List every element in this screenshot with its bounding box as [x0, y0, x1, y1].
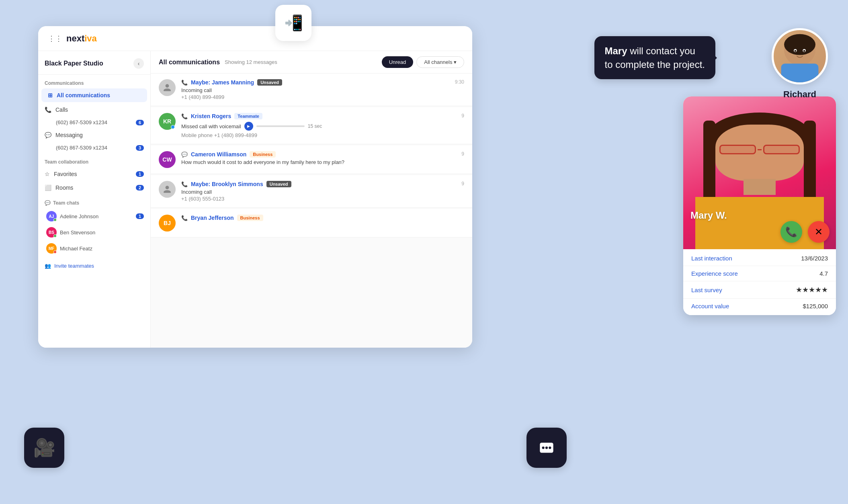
- sidebar-sub-item-calls-number[interactable]: (602) 867-5309 x1234 6: [38, 117, 150, 128]
- account-value-value: $125,000: [803, 303, 828, 309]
- comm-list: 📞 Maybe: James Manning Unsaved Incoming …: [151, 74, 472, 348]
- play-button[interactable]: ▶: [244, 122, 253, 131]
- comm-item-bryan[interactable]: BJ 📞 Bryan Jefferson Business: [151, 209, 472, 238]
- sidebar-sub-item-messaging-number[interactable]: (602) 867-5309 x1234 3: [38, 142, 150, 154]
- favorites-icon: ☆: [45, 171, 50, 177]
- sidebar-item-label: Favorites: [54, 171, 77, 177]
- ben-name: Ben Stevenson: [60, 229, 95, 236]
- avatar: BJ: [159, 215, 176, 232]
- invite-label: Invite teammates: [54, 263, 94, 269]
- team-chat-adeline[interactable]: AJ Adeline Johnson 1: [38, 208, 150, 224]
- invite-teammates-button[interactable]: 👥 Invite teammates: [38, 258, 150, 274]
- call-person-name: Mary W.: [690, 210, 727, 221]
- comm-item-kristen[interactable]: KR 📞 Kristen Rogers Teammate Missed call…: [151, 107, 472, 144]
- message-icon: 💬: [181, 152, 188, 158]
- richard-section: Richard: [772, 28, 828, 100]
- avatar: CW: [159, 151, 176, 168]
- svg-point-2: [542, 447, 545, 449]
- workspace-chevron[interactable]: ‹: [133, 58, 144, 69]
- experience-score-row: Experience score 4.7: [683, 266, 836, 281]
- phone-icon: 📞: [181, 181, 188, 187]
- comm-name: Cameron Williamson: [191, 151, 246, 158]
- last-interaction-row: Last interaction 13/6/2023: [683, 251, 836, 266]
- sidebar-item-favorites[interactable]: ☆ Favorites 1: [38, 167, 150, 181]
- comm-content: 📞 Kristen Rogers Teammate Missed call wi…: [181, 113, 456, 138]
- account-value-row: Account value $125,000: [683, 299, 836, 313]
- all-channels-filter-button[interactable]: All channels ▾: [416, 56, 464, 68]
- avatar: AJ: [46, 211, 57, 221]
- unsaved-tag: Unsaved: [266, 181, 291, 187]
- sidebar-item-label: Messaging: [55, 132, 83, 138]
- grid-icon: ⋮⋮: [48, 34, 62, 43]
- comm-item-cameron[interactable]: CW 💬 Cameron Williamson Business How muc…: [151, 145, 472, 174]
- comm-name: Kristen Rogers: [191, 113, 231, 119]
- workspace-name: Black Paper Studio: [45, 60, 103, 67]
- comm-time: 9: [461, 151, 464, 157]
- last-survey-label: Last survey: [691, 287, 722, 293]
- last-survey-row: Last survey ★★★★★: [683, 281, 836, 299]
- comm-content: 📞 Bryan Jefferson Business: [181, 215, 464, 223]
- comm-item-brooklyn[interactable]: 📞 Maybe: Brooklyn Simmons Unsaved Incomi…: [151, 175, 472, 208]
- comm-line2: +1 (603) 555-0123: [181, 196, 456, 202]
- sidebar-item-label: Calls: [55, 107, 68, 113]
- communications-panel: All communications Showing 12 messages U…: [151, 51, 472, 348]
- svg-point-10: [803, 50, 805, 52]
- comm-content: 💬 Cameron Williamson Business How much w…: [181, 151, 456, 165]
- team-chat-michael[interactable]: MF Michael Featz: [38, 240, 150, 256]
- workspace-header[interactable]: Black Paper Studio ‹: [38, 51, 150, 75]
- rooms-icon: ⬜: [45, 184, 51, 191]
- avatar: [772, 28, 828, 84]
- comm-name: Maybe: Brooklyn Simmons: [191, 181, 263, 187]
- chat-icon-button[interactable]: [526, 428, 567, 468]
- richard-name: Richard: [783, 89, 816, 100]
- sidebar: Black Paper Studio ‹ Communications ⊞ Al…: [38, 51, 151, 348]
- sidebar-item-messaging[interactable]: 💬 Messaging: [38, 128, 150, 142]
- unread-filter-button[interactable]: Unread: [382, 56, 414, 68]
- accept-call-button[interactable]: 📞: [780, 221, 802, 243]
- comm-content: 📞 Maybe: James Manning Unsaved Incoming …: [181, 79, 449, 100]
- unsaved-tag: Unsaved: [257, 79, 282, 86]
- favorites-badge: 1: [136, 171, 144, 177]
- phone-icon: 📞: [181, 80, 188, 86]
- experience-score-label: Experience score: [691, 270, 738, 277]
- phone-icon-button[interactable]: 📲: [275, 5, 311, 41]
- messaging-number-label: (602) 867-5309 x1234: [56, 145, 107, 151]
- video-icon-button[interactable]: 🎥: [24, 428, 64, 468]
- phone-icon: 📞: [181, 215, 188, 221]
- all-comms-icon: ⊞: [48, 92, 53, 98]
- messaging-badge: 3: [136, 145, 144, 151]
- team-chats-icon: 💬: [45, 200, 51, 206]
- svg-point-9: [795, 50, 797, 52]
- comm-header: All communications Showing 12 messages U…: [151, 51, 472, 74]
- avatar: BS: [46, 227, 57, 238]
- comm-line2: Mobile phone +1 (480) 899-4899: [181, 132, 456, 138]
- calls-number-label: (602) 867-5309 x1234: [56, 119, 107, 125]
- avatar: KR: [159, 113, 176, 130]
- avatar: MF: [46, 243, 57, 254]
- comm-item-james[interactable]: 📞 Maybe: James Manning Unsaved Incoming …: [151, 74, 472, 106]
- team-chat-ben[interactable]: BS Ben Stevenson: [38, 224, 150, 240]
- sidebar-item-calls[interactable]: 📞 Calls: [38, 103, 150, 117]
- sidebar-item-all-communications[interactable]: ⊞ All communications: [41, 88, 147, 102]
- svg-point-4: [549, 447, 551, 449]
- voicemail-duration: 15 sec: [308, 123, 322, 129]
- call-card: Mary W. 📞 ✕ Last interaction 13/6/2023 E…: [683, 96, 836, 315]
- comm-title: All communications: [159, 59, 220, 66]
- sidebar-item-rooms[interactable]: ⬜ Rooms 2: [38, 181, 150, 195]
- avatar: [159, 181, 176, 198]
- business-tag: Business: [237, 215, 263, 221]
- comm-subtitle: Showing 12 messages: [225, 59, 277, 65]
- svg-point-3: [545, 447, 548, 449]
- decline-call-button[interactable]: ✕: [808, 221, 830, 243]
- calls-badge: 6: [136, 120, 144, 125]
- adeline-name: Adeline Johnson: [60, 213, 98, 219]
- last-interaction-value: 13/6/2023: [801, 255, 828, 262]
- last-interaction-label: Last interaction: [691, 255, 732, 262]
- comm-line1: How much would it cost to add everyone i…: [181, 159, 456, 165]
- team-collaboration-title: Team collaboration: [38, 154, 150, 167]
- sidebar-item-label: Rooms: [55, 184, 73, 191]
- comm-name: Maybe: James Manning: [191, 79, 254, 86]
- comm-time: 9:30: [455, 79, 464, 85]
- sidebar-item-label: All communications: [57, 92, 110, 98]
- tooltip-bold: Mary: [605, 45, 627, 56]
